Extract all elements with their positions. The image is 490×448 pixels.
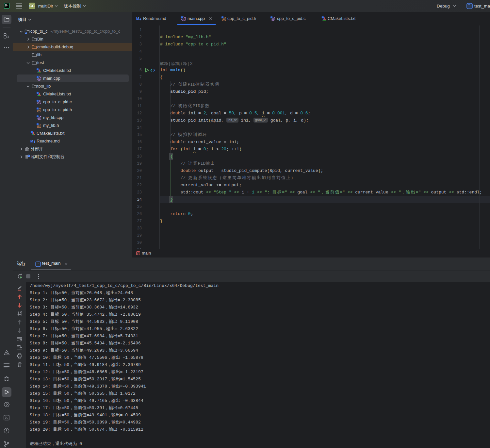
svg-text:CL: CL: [5, 4, 8, 6]
